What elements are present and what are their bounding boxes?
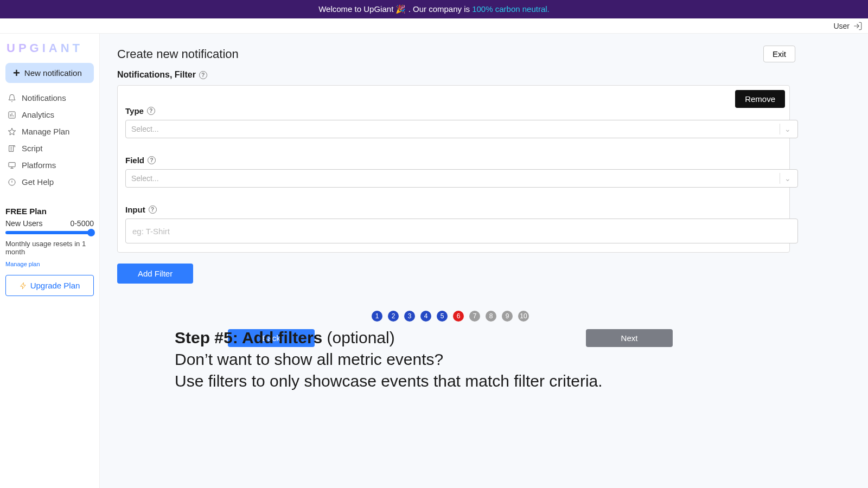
input-label: Input: [125, 205, 145, 214]
announcement-banner: Welcome to UpGiant 🎉 . Our company is 10…: [0, 0, 868, 18]
usage-slider[interactable]: [5, 231, 94, 234]
sidebar-item-notifications[interactable]: Notifications: [5, 89, 94, 106]
sidebar-item-manage-plan[interactable]: Manage Plan: [5, 123, 94, 140]
sidebar: UPGIANT + New notification Notifications…: [0, 34, 100, 488]
add-filter-button[interactable]: Add Filter: [117, 264, 193, 284]
plan-metric-label: New Users: [5, 219, 42, 228]
user-label[interactable]: User: [833, 22, 850, 30]
help-icon[interactable]: ?: [147, 107, 155, 115]
help-icon[interactable]: ?: [148, 156, 156, 164]
help-icon[interactable]: ?: [149, 206, 157, 214]
banner-text: Welcome to UpGiant 🎉 . Our company is: [318, 4, 472, 14]
select-placeholder: Select...: [131, 174, 159, 183]
type-label: Type: [125, 106, 144, 115]
field-select[interactable]: Select... ⌄: [125, 169, 798, 188]
svg-rect-1: [9, 162, 15, 166]
caption-line-2: Don’t want to show all metric events?: [175, 350, 717, 369]
step-dot-10[interactable]: 10: [518, 311, 529, 322]
sidebar-item-label: Manage Plan: [22, 127, 69, 136]
subtitle-text: Notifications, Filter: [117, 70, 196, 80]
caption-line-3: Use filters to only showcase events that…: [175, 372, 717, 390]
step-dot-8[interactable]: 8: [486, 311, 496, 322]
type-select[interactable]: Select... ⌄: [125, 120, 798, 138]
help-icon[interactable]: ?: [199, 71, 207, 79]
star-icon: [8, 127, 16, 136]
select-placeholder: Select...: [131, 125, 159, 133]
filter-card: Remove Type? Select... ⌄ Field? Select..…: [117, 85, 790, 253]
sidebar-item-analytics[interactable]: Analytics: [5, 106, 94, 123]
new-notification-button[interactable]: + New notification: [5, 63, 94, 83]
slider-thumb[interactable]: [87, 229, 95, 236]
exit-button[interactable]: Exit: [763, 46, 795, 62]
sidebar-item-label: Script: [22, 144, 42, 153]
top-nav: User: [0, 18, 868, 34]
instruction-caption: Step #5: Add filters (optional) Don’t wa…: [175, 329, 717, 390]
chart-icon: [8, 111, 16, 119]
new-notification-label: New notification: [24, 68, 82, 78]
step-dot-9[interactable]: 9: [502, 311, 513, 322]
section-subtitle: Notifications, Filter ?: [117, 70, 801, 80]
manage-plan-link[interactable]: Manage plan: [5, 261, 40, 267]
sidebar-item-label: Analytics: [22, 110, 54, 119]
caption-rest: (optional): [322, 329, 394, 346]
filter-value-input[interactable]: [125, 219, 798, 243]
step-dot-3[interactable]: 3: [404, 311, 415, 322]
help-icon: [8, 178, 16, 187]
step-dot-4[interactable]: 4: [420, 311, 431, 322]
upgrade-plan-label: Upgrade Plan: [30, 281, 80, 290]
sidebar-item-get-help[interactable]: Get Help: [5, 174, 94, 190]
field-label: Field: [125, 156, 144, 165]
sidebar-item-platforms[interactable]: Platforms: [5, 157, 94, 174]
caption-bold: Step #5: Add filters: [175, 329, 322, 346]
step-dot-6[interactable]: 6: [453, 311, 464, 322]
chevron-down-icon: ⌄: [784, 174, 791, 183]
step-dot-2[interactable]: 2: [388, 311, 399, 322]
platforms-icon: [8, 161, 16, 170]
bell-icon: [8, 94, 16, 102]
plan-title: FREE Plan: [5, 207, 94, 216]
step-pager: 12345678910: [100, 311, 801, 322]
step-dot-1[interactable]: 1: [372, 311, 382, 322]
plan-box: FREE Plan New Users 0-5000 Monthly usage…: [5, 207, 94, 296]
upgrade-plan-button[interactable]: Upgrade Plan: [5, 275, 94, 296]
banner-highlight: 100% carbon neutral.: [472, 4, 550, 14]
page-title: Create new notification: [117, 47, 239, 61]
reset-text: Monthly usage resets in 1 month: [5, 240, 94, 256]
chevron-down-icon: ⌄: [784, 125, 791, 133]
bolt-icon: [20, 282, 27, 290]
sidebar-item-script[interactable]: Script: [5, 140, 94, 157]
logout-icon[interactable]: [853, 21, 863, 31]
remove-filter-button[interactable]: Remove: [735, 90, 785, 108]
plan-metric-range: 0-5000: [70, 219, 94, 228]
plus-icon: +: [13, 69, 20, 77]
brand-logo: UPGIANT: [7, 41, 94, 55]
main-content: Create new notification Exit Notificatio…: [100, 34, 868, 488]
sidebar-item-label: Get Help: [22, 177, 54, 187]
sidebar-item-label: Platforms: [22, 160, 56, 170]
step-dot-5[interactable]: 5: [437, 311, 448, 322]
step-dot-7[interactable]: 7: [469, 311, 480, 322]
script-icon: [8, 144, 16, 153]
sidebar-item-label: Notifications: [22, 93, 66, 102]
